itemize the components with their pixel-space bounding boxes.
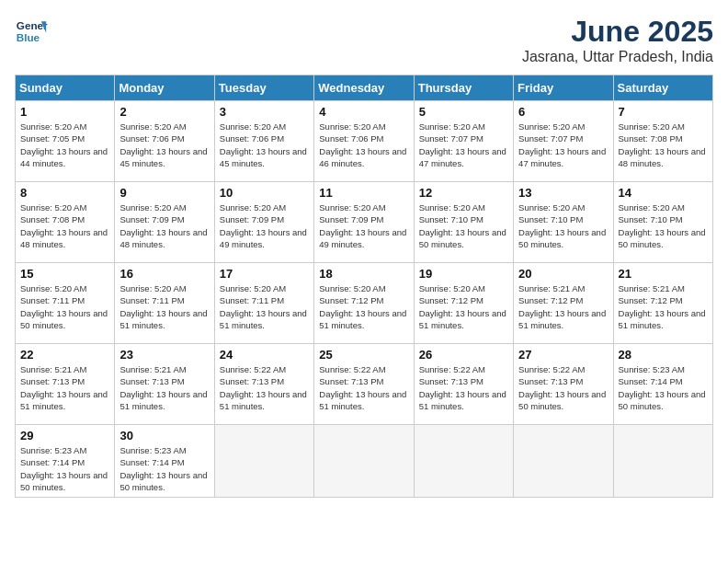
week-row-1: 1 Sunrise: 5:20 AMSunset: 7:05 PMDayligh…: [16, 101, 713, 182]
day-9: 9 Sunrise: 5:20 AMSunset: 7:09 PMDayligh…: [115, 182, 214, 263]
day-15: 15 Sunrise: 5:20 AMSunset: 7:11 PMDaylig…: [16, 263, 115, 344]
day-19: 19 Sunrise: 5:20 AMSunset: 7:12 PMDaylig…: [414, 263, 513, 344]
week-row-5: 29 Sunrise: 5:23 AMSunset: 7:14 PMDaylig…: [16, 425, 713, 498]
logo-icon: General Blue: [15, 15, 48, 48]
col-sunday: Sunday: [16, 75, 115, 101]
col-thursday: Thursday: [414, 75, 513, 101]
empty-5: [613, 425, 712, 498]
day-28: 28 Sunrise: 5:23 AMSunset: 7:14 PMDaylig…: [613, 344, 712, 425]
month-title: June 2025: [522, 15, 713, 49]
title-area: June 2025 Jasrana, Uttar Pradesh, India: [522, 15, 713, 65]
day-11: 11 Sunrise: 5:20 AMSunset: 7:09 PMDaylig…: [314, 182, 414, 263]
day-29: 29 Sunrise: 5:23 AMSunset: 7:14 PMDaylig…: [16, 425, 115, 498]
day-4: 4 Sunrise: 5:20 AMSunset: 7:06 PMDayligh…: [314, 101, 414, 182]
svg-text:Blue: Blue: [17, 31, 40, 43]
calendar: Sunday Monday Tuesday Wednesday Thursday…: [15, 75, 713, 498]
day-1: 1 Sunrise: 5:20 AMSunset: 7:05 PMDayligh…: [16, 101, 115, 182]
day-25: 25 Sunrise: 5:22 AMSunset: 7:13 PMDaylig…: [314, 344, 414, 425]
day-21: 21 Sunrise: 5:21 AMSunset: 7:12 PMDaylig…: [613, 263, 712, 344]
week-row-4: 22 Sunrise: 5:21 AMSunset: 7:13 PMDaylig…: [16, 344, 713, 425]
empty-1: [214, 425, 313, 498]
day-8: 8 Sunrise: 5:20 AMSunset: 7:08 PMDayligh…: [16, 182, 115, 263]
day-17: 17 Sunrise: 5:20 AMSunset: 7:11 PMDaylig…: [214, 263, 313, 344]
day-14: 14 Sunrise: 5:20 AMSunset: 7:10 PMDaylig…: [613, 182, 712, 263]
day-24: 24 Sunrise: 5:22 AMSunset: 7:13 PMDaylig…: [214, 344, 313, 425]
day-5: 5 Sunrise: 5:20 AMSunset: 7:07 PMDayligh…: [414, 101, 513, 182]
week-row-3: 15 Sunrise: 5:20 AMSunset: 7:11 PMDaylig…: [16, 263, 713, 344]
col-tuesday: Tuesday: [214, 75, 313, 101]
day-26: 26 Sunrise: 5:22 AMSunset: 7:13 PMDaylig…: [414, 344, 513, 425]
day-30: 30 Sunrise: 5:23 AMSunset: 7:14 PMDaylig…: [115, 425, 214, 498]
col-wednesday: Wednesday: [314, 75, 414, 101]
day-2: 2 Sunrise: 5:20 AMSunset: 7:06 PMDayligh…: [115, 101, 214, 182]
day-7: 7 Sunrise: 5:20 AMSunset: 7:08 PMDayligh…: [613, 101, 712, 182]
logo: General Blue: [15, 15, 48, 48]
day-22: 22 Sunrise: 5:21 AMSunset: 7:13 PMDaylig…: [16, 344, 115, 425]
week-row-2: 8 Sunrise: 5:20 AMSunset: 7:08 PMDayligh…: [16, 182, 713, 263]
day-18: 18 Sunrise: 5:20 AMSunset: 7:12 PMDaylig…: [314, 263, 414, 344]
day-12: 12 Sunrise: 5:20 AMSunset: 7:10 PMDaylig…: [414, 182, 513, 263]
empty-3: [414, 425, 513, 498]
day-16: 16 Sunrise: 5:20 AMSunset: 7:11 PMDaylig…: [115, 263, 214, 344]
day-6: 6 Sunrise: 5:20 AMSunset: 7:07 PMDayligh…: [514, 101, 613, 182]
location-title: Jasrana, Uttar Pradesh, India: [522, 49, 713, 65]
day-13: 13 Sunrise: 5:20 AMSunset: 7:10 PMDaylig…: [514, 182, 613, 263]
calendar-header-row: Sunday Monday Tuesday Wednesday Thursday…: [16, 75, 713, 101]
col-saturday: Saturday: [613, 75, 712, 101]
day-20: 20 Sunrise: 5:21 AMSunset: 7:12 PMDaylig…: [514, 263, 613, 344]
col-monday: Monday: [115, 75, 214, 101]
day-27: 27 Sunrise: 5:22 AMSunset: 7:13 PMDaylig…: [514, 344, 613, 425]
day-3: 3 Sunrise: 5:20 AMSunset: 7:06 PMDayligh…: [214, 101, 313, 182]
col-friday: Friday: [514, 75, 613, 101]
day-23: 23 Sunrise: 5:21 AMSunset: 7:13 PMDaylig…: [115, 344, 214, 425]
day-10: 10 Sunrise: 5:20 AMSunset: 7:09 PMDaylig…: [214, 182, 313, 263]
empty-4: [514, 425, 613, 498]
empty-2: [314, 425, 414, 498]
header: General Blue June 2025 Jasrana, Uttar Pr…: [15, 15, 713, 65]
